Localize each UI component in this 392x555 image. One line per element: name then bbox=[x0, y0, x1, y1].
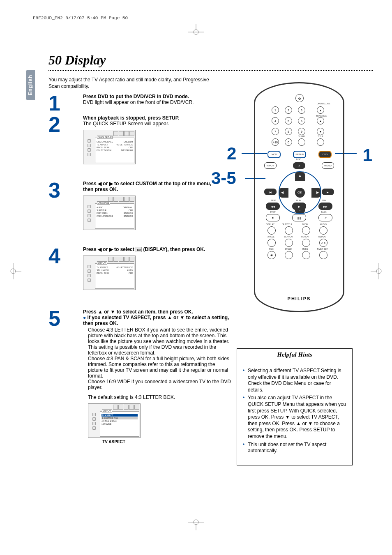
stop-label: STOP bbox=[270, 211, 276, 213]
step-1-text: DVD light will appear on the front of th… bbox=[83, 99, 194, 105]
input-button: INPUT bbox=[264, 162, 277, 169]
osd-tab-label: DISPLAY bbox=[97, 261, 107, 265]
repeat-ab-label: REPEAT bbox=[318, 235, 327, 238]
key-0: 0 bbox=[285, 138, 292, 146]
power-icon: ⏻ bbox=[298, 97, 301, 100]
callout-3-5: 3-5 bbox=[211, 168, 236, 188]
search-button bbox=[285, 239, 293, 247]
step-3-number: 3 bbox=[48, 181, 65, 230]
mode-button bbox=[302, 251, 310, 259]
remote-body: ⏻ OPEN/CLOSE 1 2 3 ▲ 4 5 6 ▲ TRACKING 7 … bbox=[254, 82, 344, 312]
hint-item: Selecting a different TV ASPECT Setting … bbox=[243, 368, 348, 393]
osd-tab-label: DISPLAY bbox=[102, 409, 112, 412]
zoom-label: ZOOM bbox=[302, 223, 308, 226]
title-label: TITLE bbox=[318, 135, 323, 138]
zoom-button bbox=[302, 226, 310, 235]
pause-button: ❚❚ bbox=[292, 214, 306, 221]
subtitle-label: SUBTITLE bbox=[282, 223, 292, 226]
step-2-text: The QUICK SETUP Screen will appear. bbox=[83, 121, 180, 127]
key-9: 9 bbox=[298, 128, 305, 135]
left-arrow-icon: ◀ bbox=[281, 191, 284, 194]
intro-text: You may adjust the TV Aspect ratio and s… bbox=[48, 76, 213, 90]
step-5-p2: Choose 4:3 PAN & SCAN for a full height … bbox=[83, 356, 231, 379]
down-arrow-icon: ▼ bbox=[180, 315, 184, 320]
up-arrow-icon: ▲ bbox=[98, 309, 103, 315]
step-2-number: 2 bbox=[48, 115, 65, 164]
dpad-up: ▲ bbox=[295, 172, 305, 181]
search-label: SEARCH bbox=[284, 235, 293, 238]
dvd-button: DVD bbox=[318, 151, 332, 158]
play-button: ▶ bbox=[292, 203, 306, 210]
osd-caption: TV ASPECT bbox=[88, 440, 140, 444]
mode-label: MODE bbox=[302, 248, 308, 250]
step-2-heading: When playback is stopped, press SETUP. bbox=[83, 115, 180, 121]
back-button: ↶ bbox=[318, 214, 332, 221]
helpful-hints-box: Helpful Hints Selecting a different TV A… bbox=[237, 348, 353, 465]
openclose-label: OPEN/CLOSE bbox=[317, 102, 330, 105]
vcr-button: VCR bbox=[267, 151, 281, 158]
step-4-heading: Press ◀ or ▶ to select ▭ (DISPLAY), then… bbox=[83, 246, 223, 252]
rew-label: REW bbox=[271, 199, 276, 202]
ffw-label: FFW bbox=[322, 199, 326, 202]
crop-mark-bottom bbox=[188, 514, 204, 530]
step-5: 5 Press ▲ or ▼ to select an item, then p… bbox=[48, 309, 231, 444]
right-arrow-icon: ▶ bbox=[109, 246, 113, 252]
speed-button bbox=[285, 251, 293, 259]
step-1-number: 1 bbox=[48, 94, 65, 113]
title-divider bbox=[48, 70, 373, 71]
osd-tvaspect: DISPLAY TV ASPECT 4:3 LETTER BOX 4:3 PAN… bbox=[88, 403, 141, 438]
hint-item: This unit does not set the TV aspect aut… bbox=[243, 442, 348, 454]
step-2: 2 When playback is stopped, press SETUP.… bbox=[48, 115, 180, 164]
osd-tab-label: LANGUAGE bbox=[97, 201, 110, 205]
step-5-p1: Choose 4:3 LETTER BOX if you want to see… bbox=[83, 327, 231, 356]
disc-label: DISC bbox=[296, 158, 301, 161]
audio-button bbox=[319, 226, 327, 235]
osd-quick-setup: QUICK SETUP OSD LANGUAGEENGLISH TV ASPEC… bbox=[83, 130, 136, 164]
next-button: ▶| bbox=[322, 189, 334, 195]
key-7: 7 bbox=[272, 128, 279, 135]
left-arrow-icon: ◀ bbox=[98, 181, 101, 187]
display-button bbox=[267, 226, 276, 235]
setup-button: SETUP bbox=[293, 151, 306, 158]
repeat-button bbox=[302, 239, 310, 247]
language-tab: English bbox=[25, 70, 35, 100]
dpad-right: ▶ bbox=[311, 188, 321, 198]
tracking-up: ▲ bbox=[317, 117, 324, 124]
step-5-line1: Press ▲ or ▼ to select an item, then pre… bbox=[83, 309, 231, 315]
prev-button: |◀ bbox=[264, 189, 277, 195]
step-5-number: 5 bbox=[48, 309, 65, 444]
play-label: PLAY bbox=[296, 199, 301, 202]
title-button bbox=[317, 138, 324, 146]
step-5-p4: The default setting is 4:3 LETTER BOX. bbox=[83, 394, 231, 400]
rew-button: ◀◀ bbox=[266, 203, 280, 210]
subtitle-button bbox=[285, 226, 293, 235]
callout-2: 2 bbox=[227, 144, 236, 164]
ok-button: OK bbox=[295, 188, 305, 198]
audio-label: AUDIO bbox=[320, 223, 327, 226]
step-3-heading: Press ◀ or ▶ to select CUSTOM at the top… bbox=[83, 181, 223, 192]
right-arrow-icon: ▶ bbox=[109, 181, 113, 187]
key-plus10: +10 bbox=[272, 138, 279, 146]
ffw-button: ▶▶ bbox=[318, 203, 332, 210]
step-5-line2: ● If you selected TV ASPECT, press ▲ or … bbox=[83, 315, 231, 326]
key-1: 1 bbox=[272, 106, 279, 114]
step-3: 3 Press ◀ or ▶ to select CUSTOM at the t… bbox=[48, 181, 223, 230]
callout-1: 1 bbox=[363, 145, 372, 165]
angle-button bbox=[267, 239, 276, 247]
timerset-button bbox=[319, 251, 327, 259]
angle-label: ANGLE bbox=[267, 235, 274, 238]
left-arrow-icon: ◀ bbox=[98, 246, 101, 252]
brand-label: PHILIPS bbox=[255, 296, 343, 301]
right-arrow-icon: ▶ bbox=[316, 191, 319, 194]
osd-language: LANGUAGE AUDIOORIGINAL SUBTITLEOFF DISC … bbox=[83, 196, 136, 230]
up-arrow-icon: ▲ bbox=[298, 174, 302, 177]
key-3: 3 bbox=[298, 106, 305, 114]
menu-button: MENU bbox=[322, 162, 334, 169]
dpad-left: ◀ bbox=[279, 188, 288, 198]
stop-button: ■ bbox=[266, 214, 280, 221]
step-4: 4 Press ◀ or ▶ to select ▭ (DISPLAY), th… bbox=[48, 246, 223, 290]
clear-label: CLEAR bbox=[298, 135, 305, 138]
repeat-ab-button: A-B bbox=[319, 239, 327, 247]
step-4-number: 4 bbox=[48, 246, 65, 290]
rec-button: ◉ bbox=[267, 251, 276, 259]
